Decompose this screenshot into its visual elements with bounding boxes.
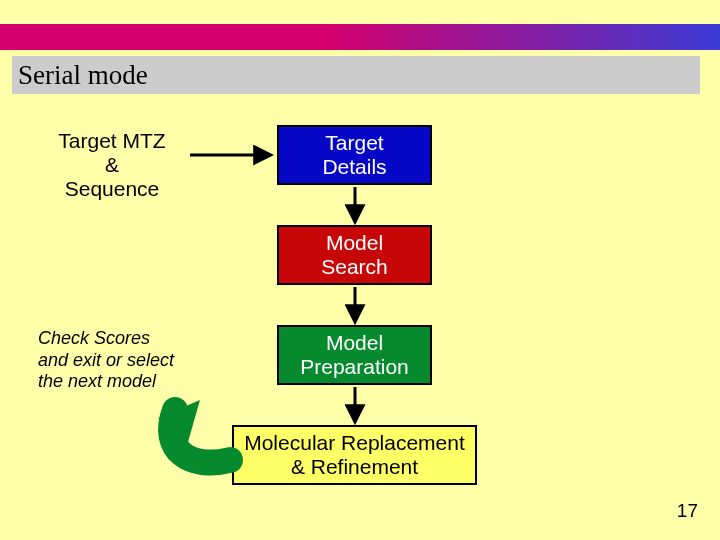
section-title-bar: Serial mode bbox=[12, 56, 700, 94]
page-number: 17 bbox=[677, 500, 698, 522]
input-label: Target MTZ & Sequence bbox=[42, 129, 182, 201]
accent-bar bbox=[0, 24, 720, 50]
svg-marker-0 bbox=[158, 400, 200, 442]
section-title: Serial mode bbox=[18, 60, 148, 91]
node-mr-refinement: Molecular Replacement & Refinement bbox=[232, 425, 477, 485]
check-scores-label: Check Scores and exit or select the next… bbox=[38, 328, 208, 393]
node-target-details: Target Details bbox=[277, 125, 432, 185]
node-model-search: Model Search bbox=[277, 225, 432, 285]
loop-arrow-icon bbox=[158, 400, 230, 463]
node-model-preparation: Model Preparation bbox=[277, 325, 432, 385]
